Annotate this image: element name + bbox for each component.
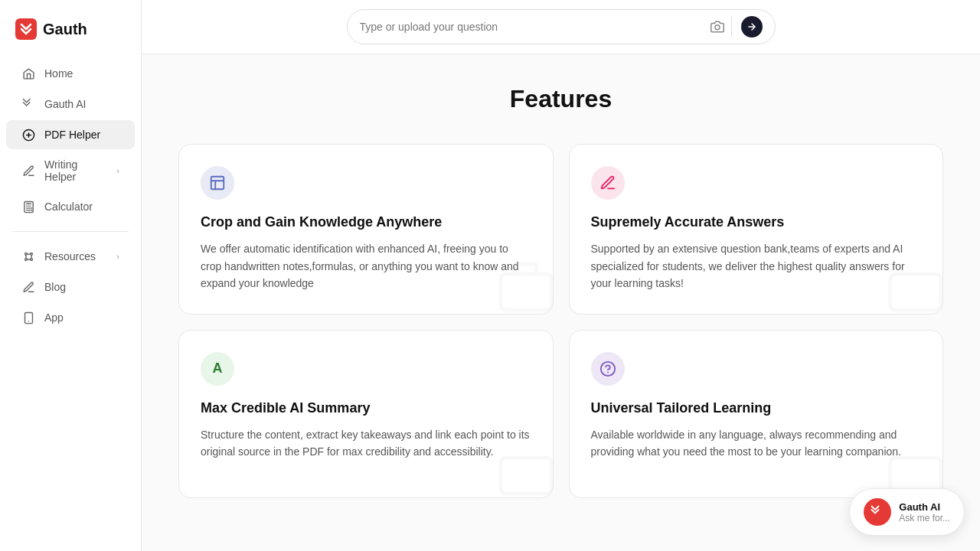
feature-card-accurate-answers: Supremely Accurate Answers Supported by …	[569, 144, 944, 315]
crop-knowledge-title: Crop and Gain Knowledge Anywhere	[201, 214, 531, 231]
features-grid: Crop and Gain Knowledge Anywhere We offe…	[178, 144, 943, 498]
feature-card-tailored-learning: Universal Tailored Learning Available wo…	[569, 330, 944, 498]
logo-icon	[15, 18, 37, 40]
accurate-answers-icon-circle	[591, 166, 625, 200]
tailored-learning-title: Universal Tailored Learning	[591, 399, 922, 417]
svg-rect-1	[24, 201, 32, 212]
app-icon	[21, 311, 35, 324]
sidebar-item-calculator[interactable]: Calculator	[6, 192, 135, 221]
ai-summary-icon-circle: A	[201, 352, 234, 386]
gauth-ai-icon	[21, 97, 35, 111]
camera-icon[interactable]	[710, 16, 732, 37]
sidebar-item-pdf-helper[interactable]: PDF Helper	[6, 120, 135, 149]
sidebar-item-blog-label: Blog	[44, 281, 66, 293]
logo: Gauth	[0, 12, 141, 58]
resources-icon	[21, 249, 35, 263]
blog-icon	[21, 280, 35, 294]
page-title: Features	[178, 85, 943, 113]
sidebar-item-app[interactable]: App	[6, 303, 135, 332]
sidebar-item-gauth-ai[interactable]: Gauth AI	[6, 90, 135, 119]
svg-point-7	[715, 25, 720, 30]
chat-info: Gauth AI Ask me for...	[899, 501, 950, 523]
sidebar-item-home-label: Home	[44, 67, 73, 80]
topbar	[142, 0, 980, 54]
chat-subtitle: Ask me for...	[899, 513, 950, 523]
sidebar-item-resources-label: Resources	[44, 250, 96, 262]
crop-knowledge-icon-circle	[201, 166, 234, 200]
chat-bubble[interactable]: Gauth AI Ask me for...	[849, 488, 965, 536]
main-content: Features Crop and Gain Knowledge Anywher…	[142, 0, 980, 551]
features-content: Features Crop and Gain Knowledge Anywher…	[142, 54, 980, 529]
accurate-answers-desc: Supported by an extensive question bank,…	[591, 240, 922, 292]
svg-rect-6	[24, 312, 32, 323]
calculator-icon	[21, 200, 35, 214]
feature-card-ai-summary: A Max Credible AI Summary Structure the …	[178, 330, 554, 498]
crop-knowledge-watermark	[492, 253, 554, 315]
sidebar-item-app-label: App	[44, 311, 64, 324]
sidebar-item-gauth-ai-label: Gauth AI	[44, 98, 86, 110]
home-icon	[21, 67, 35, 80]
svg-rect-8	[211, 177, 224, 190]
accurate-answers-title: Supremely Accurate Answers	[591, 214, 922, 231]
search-submit-button[interactable]	[741, 16, 763, 37]
chat-avatar	[864, 498, 891, 526]
resources-chevron-icon: ›	[116, 252, 119, 261]
sidebar-item-blog[interactable]: Blog	[6, 272, 135, 302]
chat-title: Gauth AI	[899, 501, 950, 513]
writing-helper-chevron-icon: ›	[116, 166, 119, 175]
sidebar-item-writing-helper-label: Writing Helper	[44, 158, 107, 183]
sidebar-item-calculator-label: Calculator	[44, 201, 93, 213]
ai-summary-title: Max Credible AI Summary	[201, 399, 531, 417]
pdf-icon	[21, 128, 35, 142]
crop-knowledge-desc: We offer automatic identification with e…	[201, 240, 531, 292]
ai-summary-watermark	[492, 436, 554, 498]
sidebar-item-pdf-helper-label: PDF Helper	[44, 129, 100, 141]
sidebar-item-home[interactable]: Home	[6, 59, 135, 88]
tailored-learning-desc: Available worldwide in any language, alw…	[591, 426, 922, 461]
sidebar-item-resources[interactable]: Resources ›	[6, 242, 135, 271]
search-box	[347, 9, 776, 44]
logo-text: Gauth	[43, 21, 87, 38]
ai-summary-desc: Structure the content, extract key takea…	[201, 426, 531, 461]
sidebar: Gauth Home Gauth AI PDF Helper	[0, 0, 142, 551]
nav-divider	[12, 231, 129, 232]
accurate-answers-watermark	[881, 253, 943, 315]
writing-icon	[21, 164, 35, 178]
search-input[interactable]	[360, 21, 704, 33]
sidebar-item-writing-helper[interactable]: Writing Helper ›	[6, 151, 135, 191]
tailored-learning-icon-circle	[591, 352, 625, 386]
feature-card-crop-knowledge: Crop and Gain Knowledge Anywhere We offe…	[178, 144, 554, 315]
